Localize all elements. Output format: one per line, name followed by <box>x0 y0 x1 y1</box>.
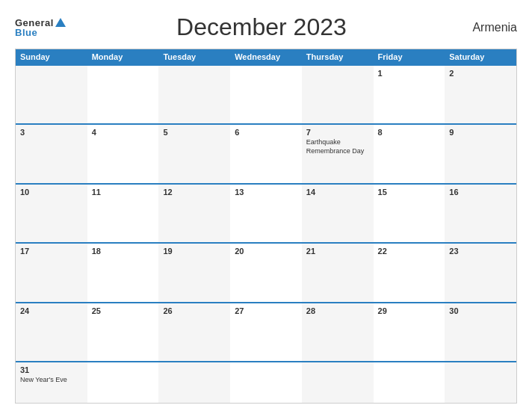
cell-w2-fri: 8 <box>374 125 445 182</box>
cell-w3-mon: 11 <box>87 185 159 242</box>
cell-w5-sun: 24 <box>16 303 87 361</box>
cell-w4-sun: 17 <box>16 244 87 301</box>
week-2: 3 4 5 6 7 EarthquakeRemembrance Day 8 9 <box>16 123 516 182</box>
cell-w5-tue: 26 <box>158 303 230 361</box>
cell-w3-sun: 10 <box>16 185 87 242</box>
cell-w2-tue: 5 <box>158 125 230 182</box>
header-friday: Friday <box>374 49 445 64</box>
cell-w1-fri: 1 <box>374 66 445 123</box>
logo: General Blue <box>15 18 66 37</box>
week-6: 31 New Year's Eve <box>16 361 516 403</box>
cell-w2-sun: 3 <box>16 125 87 182</box>
page: General Blue December 2023 Armenia Sunda… <box>0 0 532 411</box>
cell-w3-fri: 15 <box>374 185 445 242</box>
cell-w6-mon <box>87 362 159 403</box>
cell-w6-tue <box>158 362 230 403</box>
country-label: Armenia <box>457 21 517 34</box>
header: General Blue December 2023 Armenia <box>15 13 517 41</box>
cell-w4-sat: 23 <box>445 244 516 301</box>
cell-w3-thu: 14 <box>302 185 374 242</box>
week-4: 17 18 19 20 21 22 23 <box>16 242 516 301</box>
cell-w1-mon <box>87 66 159 123</box>
cell-w2-mon: 4 <box>87 125 159 182</box>
calendar-body: 1 2 3 4 5 6 7 EarthquakeRemembrance Day … <box>16 64 516 403</box>
cell-w5-mon: 25 <box>87 303 159 361</box>
cell-w5-fri: 29 <box>374 303 445 361</box>
week-1: 1 2 <box>16 64 516 123</box>
cell-w6-sun: 31 New Year's Eve <box>16 362 87 403</box>
cell-w1-sun <box>16 66 87 123</box>
header-wednesday: Wednesday <box>230 49 302 64</box>
cell-w4-tue: 19 <box>158 244 230 301</box>
calendar: Sunday Monday Tuesday Wednesday Thursday… <box>15 49 517 404</box>
header-sunday: Sunday <box>16 49 87 64</box>
cell-w5-wed: 27 <box>230 303 302 361</box>
cell-w1-wed <box>230 66 302 123</box>
cell-w2-wed: 6 <box>230 125 302 182</box>
header-tuesday: Tuesday <box>158 49 230 64</box>
cell-w2-sat: 9 <box>445 125 516 182</box>
header-monday: Monday <box>87 49 159 64</box>
header-saturday: Saturday <box>445 49 516 64</box>
calendar-header: Sunday Monday Tuesday Wednesday Thursday… <box>16 49 516 64</box>
cell-w2-thu: 7 EarthquakeRemembrance Day <box>302 125 374 182</box>
week-3: 10 11 12 13 14 15 16 <box>16 183 516 242</box>
cell-w3-wed: 13 <box>230 185 302 242</box>
header-thursday: Thursday <box>302 49 374 64</box>
cell-w4-fri: 22 <box>374 244 445 301</box>
cell-w6-sat <box>445 362 516 403</box>
cell-w4-mon: 18 <box>87 244 159 301</box>
cell-w1-tue <box>158 66 230 123</box>
cell-w4-wed: 20 <box>230 244 302 301</box>
cell-w5-thu: 28 <box>302 303 374 361</box>
cell-w5-sat: 30 <box>445 303 516 361</box>
page-title: December 2023 <box>66 13 457 41</box>
logo-triangle-icon <box>55 18 66 27</box>
logo-blue-text: Blue <box>15 28 37 37</box>
cell-w1-sat: 2 <box>445 66 516 123</box>
week-5: 24 25 26 27 28 29 30 <box>16 302 516 361</box>
cell-w4-thu: 21 <box>302 244 374 301</box>
cell-w6-thu <box>302 362 374 403</box>
cell-w6-fri <box>374 362 445 403</box>
cell-w6-wed <box>230 362 302 403</box>
cell-w3-tue: 12 <box>158 185 230 242</box>
logo-general-text: General <box>15 18 54 28</box>
cell-w1-thu <box>302 66 374 123</box>
cell-w3-sat: 16 <box>445 185 516 242</box>
